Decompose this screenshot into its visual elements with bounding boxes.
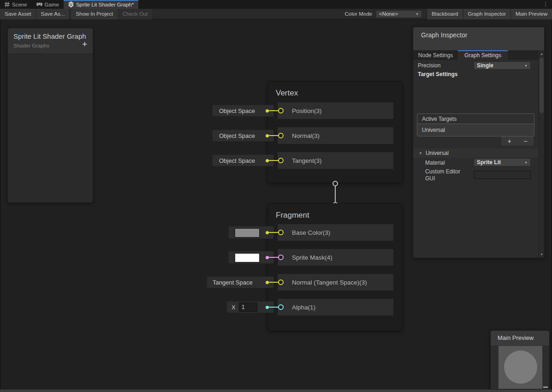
alpha-slot[interactable]: Alpha(1) <box>278 299 393 315</box>
window-menu-icon[interactable]: ⋮ <box>543 0 548 8</box>
preview-sphere <box>504 350 537 384</box>
main-preview-panel[interactable]: Main Preview <box>490 330 550 390</box>
tab-node-settings[interactable]: Node Settings <box>413 50 458 60</box>
active-targets-tray: + − <box>501 137 534 146</box>
window-bottom-edge <box>0 390 552 392</box>
base-color-port[interactable] <box>278 230 284 235</box>
add-property-button[interactable]: + <box>82 40 87 48</box>
base-color-swatch[interactable] <box>235 228 260 238</box>
fragment-node[interactable]: Fragment Base Color(3) Sprite Mask(4) Ta… <box>267 203 403 331</box>
graph-inspector-panel[interactable]: Graph Inspector Node Settings Graph Sett… <box>413 27 545 258</box>
remove-target-button[interactable]: − <box>517 137 534 146</box>
shader-graph-toolbar: Save Asset Save As... Show In Project Ch… <box>0 9 552 19</box>
main-preview-toggle-button[interactable]: Main Preview <box>510 9 552 19</box>
chevron-down-icon: ▼ <box>524 64 528 67</box>
shader-graph-icon <box>68 1 74 7</box>
main-preview-canvas <box>499 346 542 389</box>
precision-dropdown[interactable]: Single ▼ <box>474 61 531 70</box>
material-label: Material <box>425 160 445 166</box>
add-target-button[interactable]: + <box>501 137 517 146</box>
check-out-button: Check Out <box>118 9 153 19</box>
tab-game[interactable]: Game <box>32 0 64 9</box>
graph-inspector-toggle-button[interactable]: Graph Inspector <box>463 9 510 19</box>
sprite-mask-slot[interactable]: Sprite Mask(4) <box>278 249 393 266</box>
alpha-port[interactable] <box>278 304 284 310</box>
universal-foldout[interactable]: ▼ Universal <box>413 148 538 158</box>
tab-scene[interactable]: Scene <box>0 0 32 9</box>
blackboard-panel[interactable]: Sprite Lit Shader Graph Shader Graphs + <box>7 28 93 203</box>
precision-label: Precision <box>418 62 440 69</box>
normal-slot[interactable]: Normal(3) <box>278 127 393 144</box>
base-color-label: Base Color(3) <box>292 229 330 236</box>
save-as-button[interactable]: Save As... <box>36 9 70 19</box>
inspector-body: Precision Single ▼ Target Settings Activ… <box>413 60 538 258</box>
blackboard-subtitle: Shader Graphs <box>13 43 49 48</box>
scene-grid-icon <box>5 2 10 7</box>
material-value: Sprite Lit <box>477 159 501 166</box>
tangent-label: Tangent(3) <box>292 157 322 164</box>
vertex-row-position: Object Space Position(3) <box>268 102 402 119</box>
blackboard-header: Sprite Lit Shader Graph Shader Graphs + <box>8 28 93 54</box>
vertex-node[interactable]: Vertex Object Space Position(3) Object S… <box>267 81 403 183</box>
color-mode-dropdown[interactable]: <None> ▼ <box>376 10 422 18</box>
fragment-normal-label: Normal (Tangent Space)(3) <box>292 279 367 286</box>
normal-tangent-space-dropdown[interactable]: Tangent Space <box>207 276 274 288</box>
position-space-dropdown[interactable]: Object Space <box>212 105 274 117</box>
show-in-project-button[interactable]: Show In Project <box>71 9 118 19</box>
main-preview-title: Main Preview <box>498 334 534 341</box>
inspector-tabs: Node Settings Graph Settings <box>413 50 544 60</box>
tangent-slot[interactable]: Tangent(3) <box>278 152 393 169</box>
graph-inspector-header: Graph Inspector <box>413 27 544 50</box>
position-slot[interactable]: Position(3) <box>278 102 393 119</box>
custom-editor-gui-label: Custom Editor GUI <box>425 168 471 182</box>
normal-space-value: Object Space <box>219 132 255 139</box>
scrollbar-thumb[interactable] <box>540 58 544 113</box>
main-preview-header: Main Preview <box>491 331 549 345</box>
blackboard-toggle-button[interactable]: Blackboard <box>427 9 463 19</box>
tab-shader-graph[interactable]: Sprite Lit Shader Graph* <box>64 0 138 9</box>
chevron-down-icon: ▼ <box>524 161 528 164</box>
position-port[interactable] <box>278 108 284 113</box>
blackboard-title: Sprite Lit Shader Graph <box>13 32 86 40</box>
normal-label: Normal(3) <box>292 132 320 139</box>
fragment-row-sprite-mask: Sprite Mask(4) <box>268 249 402 266</box>
resize-handle[interactable] <box>543 386 548 388</box>
color-mode-label: Color Mode <box>345 11 372 17</box>
tab-scene-label: Scene <box>12 2 27 7</box>
base-color-slot[interactable]: Base Color(3) <box>278 224 393 241</box>
position-label: Position(3) <box>292 107 322 114</box>
material-dropdown[interactable]: Sprite Lit ▼ <box>474 158 531 166</box>
gamepad-icon <box>36 2 42 6</box>
custom-editor-gui-input[interactable] <box>474 171 531 179</box>
fragment-normal-port[interactable] <box>278 279 284 285</box>
sprite-mask-label: Sprite Mask(4) <box>292 254 332 261</box>
scroll-down-icon[interactable]: ▼ <box>539 253 545 256</box>
color-mode-value: <None> <box>379 11 398 17</box>
tangent-port[interactable] <box>278 158 284 163</box>
alpha-label: Alpha(1) <box>292 304 315 311</box>
tab-shader-graph-label: Sprite Lit Shader Graph* <box>76 2 134 7</box>
sprite-mask-swatch[interactable] <box>235 253 260 262</box>
tab-graph-settings[interactable]: Graph Settings <box>458 50 508 60</box>
sprite-mask-port[interactable] <box>278 255 284 260</box>
chevron-down-icon: ▼ <box>415 12 419 16</box>
normal-space-dropdown[interactable]: Object Space <box>212 130 274 142</box>
normal-port[interactable] <box>278 133 284 138</box>
scroll-up-icon[interactable]: ▲ <box>539 52 545 55</box>
tangent-space-dropdown[interactable]: Object Space <box>212 154 274 166</box>
position-space-value: Object Space <box>219 107 255 114</box>
alpha-value-input[interactable] <box>239 303 257 312</box>
vertex-row-normal: Object Space Normal(3) <box>268 127 402 144</box>
inspector-scrollbar[interactable]: ▲ ▼ <box>538 50 544 258</box>
fragment-normal-slot[interactable]: Normal (Tangent Space)(3) <box>278 274 393 291</box>
fragment-row-normal: Tangent Space Normal (Tangent Space)(3) <box>268 274 402 291</box>
save-asset-button[interactable]: Save Asset <box>0 9 36 19</box>
vertex-out-port[interactable] <box>332 181 338 186</box>
graph-inspector-title: Graph Inspector <box>421 31 467 39</box>
vertex-fragment-edge <box>335 184 336 204</box>
vertex-row-tangent: Object Space Tangent(3) <box>268 152 402 169</box>
normal-tangent-space-value: Tangent Space <box>213 279 253 286</box>
universal-foldout-label: Universal <box>426 150 449 156</box>
tangent-space-value: Object Space <box>219 157 255 164</box>
active-target-item-universal[interactable]: Universal <box>417 124 534 136</box>
